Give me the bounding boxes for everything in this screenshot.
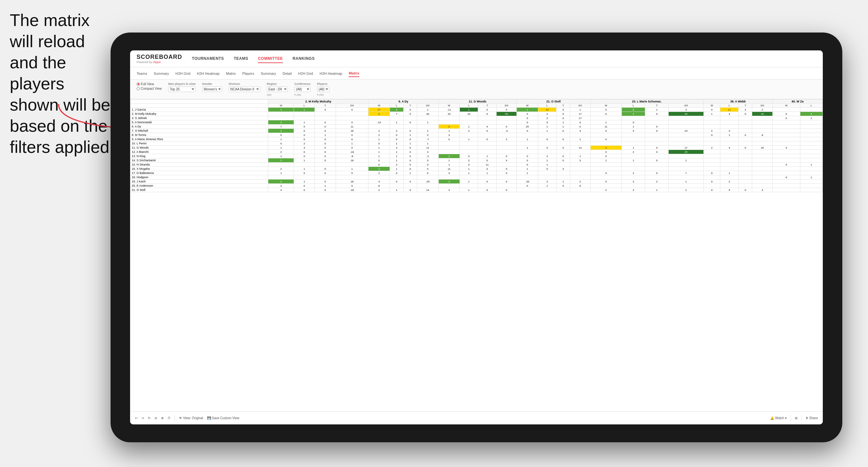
players-filter-group: Players (All) ▾ (All) [317, 82, 330, 96]
compact-view-radio[interactable] [136, 87, 140, 90]
matrix-content[interactable]: 2. M Kelly Mulcahy 6. A Dy 11. G Woods 2… [130, 99, 823, 413]
sh-t1: T [315, 104, 336, 107]
player-name-14: 15. H Stranda [130, 163, 268, 167]
max-players-label: Max players in view [168, 82, 195, 86]
share-button[interactable]: ⬆ Share [806, 416, 818, 420]
nav-tournaments[interactable]: TOURNAMENTS [192, 55, 224, 63]
subnav-summary2[interactable]: Summary [261, 70, 276, 77]
player-name-17: 18. Hodgson [130, 175, 268, 180]
header-stoll: 21. O Stoll [517, 99, 590, 104]
sh-w7: W [772, 104, 800, 107]
header-woods: 11. G Woods [438, 99, 517, 104]
undo-button[interactable]: ↩ [135, 416, 137, 420]
players-filter-select[interactable]: (All) [317, 87, 330, 92]
gender-label: Gender [202, 82, 222, 86]
toolbar-divider-1 [175, 415, 175, 422]
table-row: 2. M Kelly Mulcahy 07040 1010050 02017 0… [130, 112, 823, 116]
tablet-screen: SCOREBOARD Powered by clippd TOURNAMENTS… [130, 51, 823, 425]
save-custom-label: Save Custom View [212, 416, 239, 420]
sh-l1: L [294, 104, 315, 107]
player-name-16: 17. D Ballesteros [130, 171, 268, 175]
toolbar-divider-3 [801, 415, 802, 422]
player-name-12: 13. N Klug [130, 154, 268, 158]
sh-l7: L [800, 104, 823, 107]
sub-nav: Teams Summary H2H Grid H2H Heatmap Matri… [130, 67, 823, 80]
zoom-out-icon[interactable]: ⊖ [154, 416, 157, 420]
sh-l4: L [538, 104, 556, 107]
nav-teams[interactable]: TEAMS [234, 55, 248, 63]
table-row: 1. J Garcia 3100 27301 -11100 11001 0613… [130, 107, 823, 112]
watch-label: Watch [775, 416, 784, 420]
table-row: 10. L Perini 0201 0111 [130, 142, 823, 146]
sh-l2: L [390, 104, 403, 107]
nav-committee[interactable]: COMMITTEE [258, 55, 283, 63]
division-select[interactable]: NCAA Division II NCAA Division I NCAA Di… [229, 87, 260, 92]
sh-t6: T [739, 104, 752, 107]
subnav-h2h-heatmap2[interactable]: H2H Heatmap [320, 70, 342, 77]
header-webb: 38. A Webb [704, 99, 772, 104]
logo-text: SCOREBOARD [136, 54, 182, 61]
players-filter-label: Players [317, 82, 330, 86]
subnav-h2h-grid2[interactable]: H2H Grid [298, 70, 313, 77]
max-players-select[interactable]: Top 25 Top 10 Top 50 [168, 87, 195, 92]
bottom-toolbar: ↩ ↪ ↻ ⊖ ⊕ ⏱ 👁 View: Original 💾 Save Cust… [130, 411, 823, 425]
subnav-teams[interactable]: Teams [136, 70, 147, 77]
max-players-group: Max players in view Top 25 Top 10 Top 50 [168, 82, 195, 92]
refresh-button[interactable]: ↻ [148, 416, 151, 420]
compact-view-label: Compact View [141, 87, 162, 90]
zoom-in-icon[interactable]: ⊕ [161, 416, 163, 420]
subnav-matrix-active[interactable]: Matrix [349, 70, 359, 77]
sh-d1: Dif [336, 104, 369, 107]
redo-button[interactable]: ↪ [142, 416, 144, 420]
timer-icon[interactable]: ⏱ [167, 416, 171, 420]
share-label: Share [809, 416, 818, 420]
gender-select[interactable]: Women's Men's [202, 87, 222, 92]
subnav-h2h-grid[interactable]: H2H Grid [175, 70, 190, 77]
subnav-players[interactable]: Players [242, 70, 254, 77]
full-view-label: Full View [141, 82, 154, 86]
tablet-frame: SCOREBOARD Powered by clippd TOURNAMENTS… [111, 33, 842, 442]
player-name-19: 20. E Andersson [130, 184, 268, 188]
watch-icon: 🔔 [770, 416, 774, 420]
full-view-radio[interactable] [136, 83, 140, 86]
grid-icon[interactable]: ⊞ [795, 416, 798, 420]
sh-l6: L [720, 104, 739, 107]
table-row: 13. N Klug 100-8 110-2 3010 0201 0 [130, 154, 823, 158]
table-row: 9. A Maria Jimenez Rios 1006 100-7 0102 … [130, 137, 823, 142]
player-name-5: 6. A Dy [130, 125, 268, 129]
subnav-matrix[interactable]: Matrix [226, 70, 236, 77]
view-original-label: View: Original [183, 416, 203, 420]
sh-t4: T [556, 104, 570, 107]
sh-t3: T [478, 104, 496, 107]
filter-bar: Full View Compact View Max players in vi… [130, 80, 823, 99]
sh-w6: W [704, 104, 720, 107]
save-custom-button[interactable]: 💾 Save Custom View [207, 416, 239, 420]
table-row: 18. Hodgson 01 [130, 175, 823, 180]
header-mulcahy: 2. M Kelly Mulcahy [268, 99, 369, 104]
conference-select[interactable]: (All) [294, 87, 311, 92]
share-icon: ⬆ [806, 416, 808, 420]
save-icon: 💾 [207, 416, 211, 420]
division-label: Division [229, 82, 260, 86]
sh-w4: W [517, 104, 538, 107]
compact-view-option[interactable]: Compact View [136, 87, 162, 90]
table-row: 20. E Andersson 2010 8 0108 [130, 184, 823, 188]
sh-w5: W [590, 104, 621, 107]
conference-label: Conference [294, 82, 311, 86]
sh-t2: T [403, 104, 417, 107]
full-view-option[interactable]: Full View [136, 82, 162, 86]
nav-rankings[interactable]: RANKINGS [293, 55, 315, 63]
conference-group: Conference (All) ▾ (All) [294, 82, 311, 96]
table-row: 11. G Woods 1300 14011 10014 31017 24020… [130, 146, 823, 150]
view-original-button[interactable]: 👁 View: Original [179, 416, 203, 420]
player-name-20: 21. O Stoll [130, 188, 268, 192]
subnav-summary[interactable]: Summary [154, 70, 169, 77]
table-row: 21. O Stoll 400-33 21014 3100 2211 0903 [130, 188, 823, 192]
watch-button[interactable]: 🔔 Watch ▾ [770, 416, 787, 420]
sh-d4: Dif [570, 104, 591, 107]
subnav-detail[interactable]: Detail [283, 70, 292, 77]
nav-items: TOURNAMENTS TEAMS COMMITTEE RANKINGS [192, 55, 315, 63]
table-row: 7. O Mitchell 30018 2202 120-4 0104 0402… [130, 129, 823, 133]
subnav-h2h-heatmap[interactable]: H2H Heatmap [197, 70, 219, 77]
region-select[interactable]: East - DII (All) West - DII [267, 87, 288, 92]
